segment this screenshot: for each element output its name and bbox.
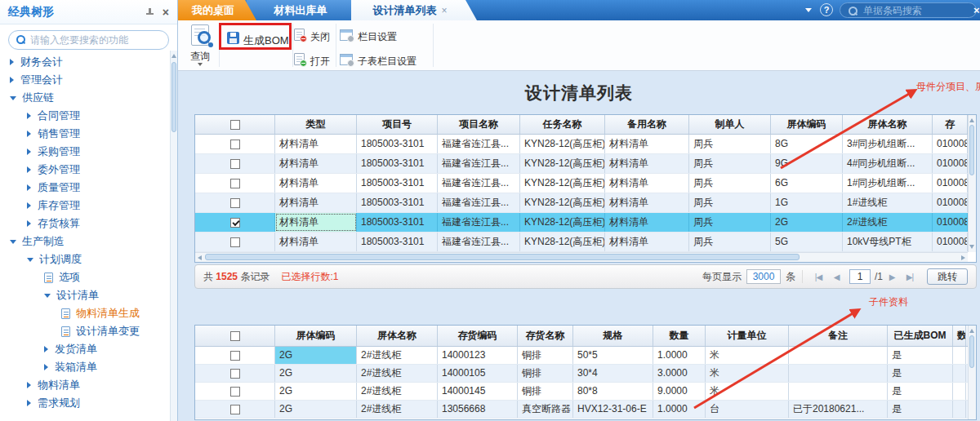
tree-item[interactable]: 库存管理: [0, 197, 169, 215]
chevron-right-icon[interactable]: [44, 346, 48, 352]
tree-item[interactable]: 物料清单生成: [0, 304, 169, 322]
row-checkbox[interactable]: [230, 387, 240, 397]
tree-item[interactable]: 设计清单变更: [0, 322, 169, 340]
scroll-thumb[interactable]: [205, 254, 800, 260]
scroll-thumb[interactable]: [969, 335, 974, 368]
row-checkbox[interactable]: [230, 237, 240, 247]
chevron-right-icon[interactable]: [44, 364, 48, 370]
column-header[interactable]: 存货名称: [518, 326, 573, 346]
topbar-close-icon[interactable]: ×: [973, 4, 980, 16]
main-vertical-scrollbar[interactable]: [968, 115, 976, 252]
last-page-button[interactable]: ▶|: [901, 273, 919, 281]
sidebar-search[interactable]: [8, 30, 169, 50]
chevron-right-icon[interactable]: [10, 77, 14, 83]
table-row[interactable]: 材料清单1805003-3101福建省连江县...KYN28-12(高压柜)材料…: [195, 193, 976, 213]
row-checkbox[interactable]: [230, 120, 240, 130]
table-row[interactable]: 材料清单1805003-3101福建省连江县...KYN28-12(高压柜)材料…: [195, 174, 976, 193]
table-row[interactable]: 材料清单1805003-3101福建省连江县...KYN28-12(高压柜)材料…: [195, 213, 976, 233]
sidebar-close-icon[interactable]: ×: [163, 7, 169, 17]
column-header[interactable]: 屏体编码: [275, 326, 357, 346]
chevron-right-icon[interactable]: [27, 184, 31, 191]
column-header[interactable]: 存货编码: [438, 326, 518, 346]
first-page-button[interactable]: |◀: [809, 273, 827, 281]
tree-item[interactable]: 发货清单: [0, 340, 169, 358]
tab-close-icon[interactable]: ×: [441, 5, 447, 16]
row-checkbox[interactable]: [230, 369, 240, 379]
tab-design-list-active[interactable]: 设计清单列表×: [351, 0, 477, 20]
row-checkbox[interactable]: [230, 405, 240, 414]
scroll-up-icon[interactable]: [969, 118, 974, 122]
tree-item[interactable]: 需求规划: [0, 394, 169, 412]
pin-icon[interactable]: [145, 7, 154, 17]
chevron-right-icon[interactable]: [10, 59, 14, 65]
tree-item[interactable]: 质量管理: [0, 179, 169, 197]
chevron-right-icon[interactable]: [27, 131, 31, 137]
chevron-right-icon[interactable]: [27, 400, 31, 406]
chevron-right-icon[interactable]: [27, 220, 31, 227]
row-checkbox[interactable]: [230, 179, 240, 188]
row-checkbox[interactable]: [230, 218, 240, 228]
tree-item[interactable]: 选项: [0, 268, 169, 286]
row-checkbox[interactable]: [230, 140, 240, 149]
tree-item[interactable]: 采购管理: [0, 143, 169, 161]
column-header[interactable]: 项目号: [357, 115, 438, 134]
tree-item[interactable]: 供应链: [0, 89, 169, 107]
document-icon[interactable]: [61, 308, 70, 319]
chevron-right-icon[interactable]: [27, 148, 31, 155]
chevron-down-icon[interactable]: [27, 258, 33, 262]
scroll-left-icon[interactable]: [198, 255, 202, 260]
row-checkbox[interactable]: [230, 331, 240, 341]
column-header[interactable]: 数: [953, 326, 966, 346]
chevron-down-icon[interactable]: [44, 294, 51, 298]
scroll-up-icon[interactable]: [172, 54, 176, 58]
column-header[interactable]: 类型: [275, 115, 357, 134]
table-row[interactable]: 材料清单1805003-3101福建省连江县...KYN28-12(高压柜)材料…: [195, 233, 976, 252]
sidebar-search-input[interactable]: [30, 32, 162, 48]
column-header[interactable]: 规格: [573, 326, 653, 346]
chevron-right-icon[interactable]: [27, 202, 31, 209]
row-checkbox[interactable]: [230, 198, 240, 208]
row-checkbox[interactable]: [230, 351, 240, 361]
main-horizontal-scrollbar[interactable]: [195, 252, 968, 262]
per-page-input[interactable]: [746, 269, 781, 284]
column-header[interactable]: 备用名称: [605, 115, 689, 134]
tree-item[interactable]: 委外管理: [0, 161, 169, 179]
chevron-down-icon[interactable]: [10, 96, 16, 100]
scroll-thumb[interactable]: [172, 62, 176, 132]
chevron-down-icon[interactable]: [10, 240, 16, 244]
tree-item[interactable]: 物料清单: [0, 376, 169, 394]
barcode-search-input[interactable]: [863, 4, 969, 16]
jump-button[interactable]: 跳转: [927, 268, 968, 285]
tab-material-outbound[interactable]: 材料出库单: [247, 0, 363, 20]
page-number-input[interactable]: [849, 269, 871, 284]
chevron-down-icon[interactable]: [805, 8, 812, 12]
prev-page-button[interactable]: ◀: [827, 273, 845, 281]
chevron-right-icon[interactable]: [27, 166, 31, 173]
scroll-down-icon[interactable]: [969, 245, 974, 249]
help-icon[interactable]: ?: [820, 3, 833, 16]
column-header[interactable]: 制单人: [689, 115, 771, 134]
tree-item[interactable]: 管理会计: [0, 71, 169, 89]
column-header[interactable]: 存: [933, 115, 968, 134]
scroll-thumb[interactable]: [969, 125, 974, 175]
sidebar-scrollbar[interactable]: [170, 51, 177, 421]
document-icon[interactable]: [61, 326, 70, 337]
tree-item[interactable]: 存货核算: [0, 215, 169, 233]
tree-item[interactable]: 装箱清单: [0, 358, 169, 376]
tree-item[interactable]: 生产制造: [0, 233, 169, 250]
column-header[interactable]: 屏体名称: [357, 326, 438, 346]
next-page-button[interactable]: ▶: [883, 273, 901, 281]
chevron-right-icon[interactable]: [27, 382, 31, 388]
tree-item[interactable]: 财务会计: [0, 53, 169, 71]
column-header[interactable]: 项目名称: [438, 115, 520, 134]
column-header[interactable]: 已生成BOM: [888, 326, 953, 346]
row-checkbox[interactable]: [230, 159, 240, 169]
document-icon[interactable]: [44, 273, 53, 283]
barcode-search[interactable]: [840, 2, 977, 18]
scroll-right-icon[interactable]: [961, 255, 965, 260]
tree-item[interactable]: 设计清单: [0, 286, 169, 304]
chevron-right-icon[interactable]: [27, 113, 31, 119]
tab-my-desktop[interactable]: 我的桌面: [178, 0, 256, 20]
sub-vertical-scrollbar[interactable]: [968, 326, 976, 419]
tree-item[interactable]: 合同管理: [0, 107, 169, 125]
